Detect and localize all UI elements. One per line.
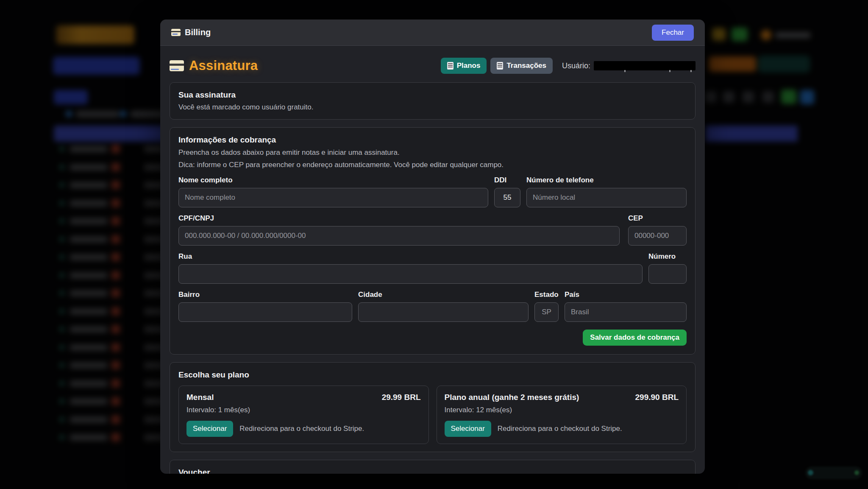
field-cpf-cnpj: CPF/CNPJ	[178, 207, 620, 246]
select-plan-button[interactable]: Selecionar	[186, 421, 233, 437]
cep-input[interactable]	[628, 226, 687, 246]
bairro-label: Bairro	[178, 291, 352, 299]
plan-price: 29.99 BRL	[382, 393, 421, 402]
receipt-icon	[497, 62, 503, 70]
field-bairro: Bairro	[178, 284, 352, 322]
rua-input[interactable]	[178, 264, 643, 284]
field-telefone: Número de telefone	[526, 169, 687, 207]
modal-body: Assinatura Planos Transações Usuário: Su…	[160, 46, 705, 474]
field-pais: País	[565, 284, 687, 322]
numero-label: Número	[648, 252, 687, 261]
plan-card-anual: Plano anual (ganhe 2 meses grátis) 299.9…	[437, 386, 687, 444]
cpf-cnpj-label: CPF/CNPJ	[178, 214, 620, 223]
plans-title: Escolha seu plano	[178, 370, 687, 380]
numero-input[interactable]	[648, 264, 687, 284]
billing-info-title: Informações de cobrança	[178, 135, 687, 145]
ddi-label: DDI	[494, 176, 520, 184]
subscription-title-row: Assinatura Planos Transações Usuário:	[170, 56, 696, 82]
field-cidade: Cidade	[358, 284, 529, 322]
rua-label: Rua	[178, 252, 643, 261]
tab-planos-label: Planos	[457, 61, 481, 70]
close-button[interactable]: Fechar	[652, 25, 694, 41]
plan-name: Plano anual (ganhe 2 meses grátis)	[445, 393, 579, 402]
subscription-status-title: Sua assinatura	[178, 90, 687, 100]
credit-card-icon	[170, 60, 184, 71]
tab-transacoes[interactable]: Transações	[490, 58, 553, 74]
plan-note: Redireciona para o checkout do Stripe.	[498, 425, 622, 433]
ddi-input[interactable]	[494, 188, 520, 207]
cpf-cnpj-input[interactable]	[178, 226, 620, 246]
telefone-input[interactable]	[526, 188, 687, 207]
telefone-label: Número de telefone	[526, 176, 687, 184]
modal-header: Billing Fechar	[160, 20, 705, 46]
plan-card-mensal: Mensal 29.99 BRL Intervalo: 1 mês(es) Se…	[178, 386, 429, 444]
user-line: Usuário:	[562, 61, 696, 70]
pais-label: País	[565, 291, 687, 299]
plan-interval: Intervalo: 1 mês(es)	[186, 406, 421, 414]
nome-completo-label: Nome completo	[178, 176, 488, 184]
modal-title: Billing	[171, 28, 211, 37]
estado-label: Estado	[534, 291, 559, 299]
tab-planos[interactable]: Planos	[441, 58, 487, 74]
billing-info-description: Preencha os dados abaixo para emitir not…	[178, 148, 687, 157]
pais-input[interactable]	[565, 302, 687, 322]
subscription-status-text: Você está marcado como usuário gratuito.	[178, 103, 687, 112]
billing-info-hint: Dica: informe o CEP para preencher o end…	[178, 161, 687, 169]
field-numero: Número	[648, 246, 687, 284]
voucher-title: Voucher	[178, 468, 687, 474]
bairro-input[interactable]	[178, 302, 352, 322]
tab-transacoes-label: Transações	[506, 61, 546, 70]
plan-price: 299.90 BRL	[635, 393, 679, 402]
field-nome-completo: Nome completo	[178, 169, 488, 207]
field-estado: Estado	[534, 284, 559, 322]
billing-modal: Billing Fechar Assinatura Planos Transaç…	[160, 20, 705, 474]
plan-interval: Intervalo: 12 mês(es)	[445, 406, 679, 414]
cep-label: CEP	[628, 214, 687, 223]
user-label: Usuário:	[562, 61, 590, 70]
voucher-card: Voucher	[170, 460, 696, 474]
select-plan-button[interactable]: Selecionar	[445, 421, 491, 437]
field-ddi: DDI	[494, 169, 520, 207]
field-cep: CEP	[628, 207, 687, 246]
cidade-input[interactable]	[358, 302, 529, 322]
redacted-user-email	[594, 61, 696, 70]
plan-name: Mensal	[186, 393, 214, 402]
cidade-label: Cidade	[358, 291, 529, 299]
credit-card-icon	[171, 29, 181, 36]
page-title-text: Assinatura	[189, 58, 258, 73]
plan-note: Redireciona para o checkout do Stripe.	[239, 425, 364, 433]
billing-info-card: Informações de cobrança Preencha os dado…	[170, 127, 696, 355]
receipt-icon	[447, 62, 453, 70]
plans-card: Escolha seu plano Mensal 29.99 BRL Inter…	[170, 362, 696, 452]
field-rua: Rua	[178, 246, 643, 284]
nome-completo-input[interactable]	[178, 188, 488, 207]
modal-title-text: Billing	[185, 28, 211, 37]
save-billing-button[interactable]: Salvar dados de cobrança	[583, 330, 687, 346]
page-title: Assinatura	[170, 58, 258, 73]
subscription-status-card: Sua assinatura Você está marcado como us…	[170, 82, 696, 120]
estado-input[interactable]	[534, 302, 559, 322]
